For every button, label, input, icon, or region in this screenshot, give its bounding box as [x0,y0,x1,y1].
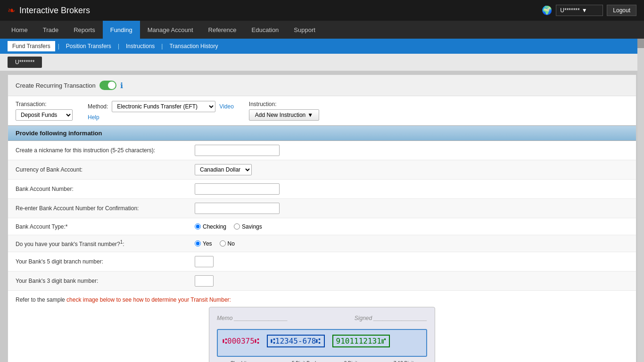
controls-row: Transaction: Deposit Funds Withdraw Fund… [8,96,636,125]
check-memo-line: Memo _________________ Signed __________… [217,315,427,321]
recurring-toggle[interactable] [99,81,116,90]
check-area: Refer to the sample check image below to… [8,291,636,362]
check-intro-text: Refer to the sample check image below to… [16,296,628,303]
currency-label: Currency of Bank Account: [16,166,195,173]
form-row-bank-num: Your Bank's 3 digit bank number: [8,272,636,291]
nav-reference[interactable]: Reference [201,21,244,39]
sub-nav-sep-3: | [161,43,163,49]
transit-radio-group: Yes No [195,240,235,247]
account-button[interactable]: U******* [8,57,42,68]
check-intro-link[interactable]: check image below to see how to determin… [66,296,231,303]
nav-education[interactable]: Education [244,21,287,39]
toggle-knob [108,82,116,89]
account-number-label: Bank Account Number: [16,186,195,192]
savings-radio[interactable] [234,223,240,230]
scrollbar: ▲ ▼ [637,39,644,362]
transit-yes-radio[interactable] [195,240,201,247]
transaction-select[interactable]: Deposit Funds Withdraw Funds [16,109,73,121]
recurring-bar: Create Recurring Transaction ℹ [8,75,636,96]
transaction-group: Transaction: Deposit Funds Withdraw Fund… [16,101,73,121]
globe-icon: 🌍 [542,5,552,16]
check-number: ⑆000375⑆ [223,337,259,346]
memo-label: Memo _________________ [217,315,288,321]
instruction-row: Add New Instruction ▼ [249,109,319,121]
nav-support[interactable]: Support [286,21,323,39]
sub-nav-sep-2: | [118,43,119,49]
nav-manage-account[interactable]: Manage Account [140,21,201,39]
nav-trade[interactable]: Trade [35,21,66,39]
transit-number: ⑆12345-678⑆ [267,335,325,347]
nickname-label: Create a nickname for this instruction (… [16,147,195,154]
checking-radio[interactable] [195,223,201,230]
method-select[interactable]: Electronic Funds Transfer (EFT) Wire Tra… [112,101,215,112]
video-link[interactable]: Video [219,103,233,110]
signed-label: Signed _________________ [355,315,427,321]
transit-no-label[interactable]: No [220,240,235,247]
bank-account-number-input[interactable] [195,183,280,195]
main-panel: Create Recurring Transaction ℹ Transacti… [8,74,636,362]
top-bar: ❧ Interactive Brokers 🌍 U******* ▼ Logou… [0,0,644,21]
transaction-control-row: Deposit Funds Withdraw Funds [16,109,73,121]
instruction-group: Instruction: Add New Instruction ▼ [249,101,319,121]
user-id: U******* [560,7,579,14]
sub-nav-sep-1: | [58,43,59,49]
form-row-account-confirm: Re-enter Bank Account Number for Confirm… [8,199,636,218]
currency-select[interactable]: Canadian Dollar US Dollar [195,164,252,175]
nav-home[interactable]: Home [4,21,35,39]
check-diagram: Memo _________________ Signed __________… [209,307,435,362]
bank-number-input[interactable] [195,275,214,287]
form-row-currency: Currency of Bank Account: Canadian Dolla… [8,160,636,180]
account-bar: U******* [0,54,644,71]
bank-num-label: Your Bank's 3 digit bank number: [16,278,195,284]
logo-text: Interactive Brokers [19,6,90,16]
account-type-label: Bank Account Type:* [16,223,195,230]
transit-yes-label[interactable]: Yes [195,240,212,247]
info-icon[interactable]: ℹ [120,81,123,90]
method-row: Method: Electronic Funds Transfer (EFT) … [88,101,234,112]
scrollbar-thumb[interactable] [637,39,644,48]
section-header: Provide following information [8,125,636,141]
sub-nav-instructions[interactable]: Instructions [122,41,158,51]
savings-label[interactable]: Savings [234,223,262,230]
recurring-label: Create Recurring Transaction [16,82,96,89]
add-instruction-label: Add New Instruction [255,112,305,118]
transaction-label: Transaction: [16,101,73,107]
checking-label[interactable]: Checking [195,223,226,230]
nav-funding[interactable]: Funding [103,21,140,39]
form-row-transit: Do you have your bank's Transit number?1… [8,235,636,252]
bank-account-confirm-input[interactable] [195,203,280,214]
main-nav: Home Trade Reports Funding Manage Accoun… [0,21,644,39]
form-row-account-number: Bank Account Number: [8,180,636,199]
form-row-branch: Your Bank's 5 digit branch number: [8,252,636,272]
check-numbers: ⑆000375⑆ ⑆12345-678⑆ 9101112131⑈ [223,335,421,347]
top-right: 🌍 U******* ▼ Logout [542,5,636,16]
account-type-radio-group: Checking Savings [195,223,262,230]
add-instruction-arrow: ▼ [307,112,313,118]
form-row-nickname: Create a nickname for this instruction (… [8,141,636,160]
add-instruction-button[interactable]: Add New Instruction ▼ [249,109,319,121]
nickname-input[interactable] [195,145,280,156]
account-number: 9101112131⑈ [332,335,390,347]
method-label: Method: [88,103,108,110]
sub-nav-fund-transfers[interactable]: Fund Transfers [8,41,55,51]
method-group: Method: Electronic Funds Transfer (EFT) … [88,101,234,121]
sub-nav: Fund Transfers | Position Transfers | In… [0,39,644,54]
branch-label: Your Bank's 5 digit branch number: [16,258,195,265]
user-dropdown[interactable]: U******* ▼ [556,5,603,16]
account-confirm-label: Re-enter Bank Account Number for Confirm… [16,205,195,212]
transit-no-radio[interactable] [220,240,226,247]
help-link[interactable]: Help [88,114,99,121]
transit-question-label: Do you have your bank's Transit number?1… [16,239,195,247]
form-row-account-type: Bank Account Type:* Checking Savings [8,218,636,235]
logout-button[interactable]: Logout [607,5,636,16]
logo-area: ❧ Interactive Brokers [8,5,90,16]
instruction-label: Instruction: [249,101,319,107]
method-links: Help [88,114,234,121]
logo-icon: ❧ [8,5,16,16]
dropdown-arrow: ▼ [582,7,587,14]
sub-nav-transaction-history[interactable]: Transaction History [165,41,222,51]
content: Create Recurring Transaction ℹ Transacti… [0,71,644,362]
nav-reports[interactable]: Reports [66,21,103,39]
branch-number-input[interactable] [195,256,214,267]
sub-nav-position-transfers[interactable]: Position Transfers [62,41,115,51]
